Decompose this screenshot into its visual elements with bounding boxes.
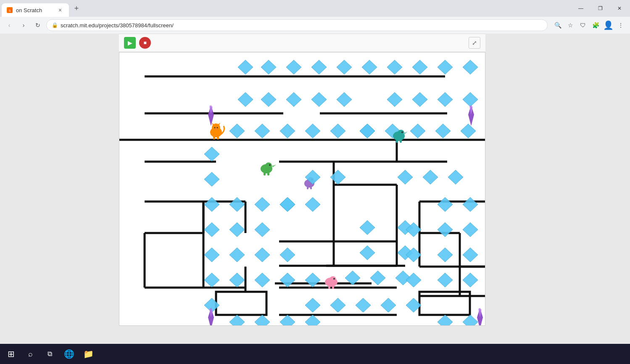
svg-rect-124: [310, 187, 312, 189]
profile-icon-btn[interactable]: 👤: [602, 19, 614, 31]
window-controls: — ❐ ✕: [571, 0, 630, 17]
svg-rect-130: [400, 140, 402, 143]
refresh-button[interactable]: ↻: [32, 19, 44, 31]
minimize-button[interactable]: —: [571, 0, 590, 17]
scratch-stage: [119, 52, 485, 326]
url-bar[interactable]: 🔒 scratch.mit.edu/projects/380578984/ful…: [46, 19, 548, 31]
folder-taskbar[interactable]: 📁: [79, 345, 98, 363]
extensions-icon-btn[interactable]: 🧩: [590, 19, 601, 31]
game-svg: [119, 52, 485, 326]
stop-button[interactable]: ■: [139, 37, 151, 49]
bookmark-icon-btn[interactable]: ☆: [564, 19, 576, 31]
svg-point-127: [401, 131, 403, 133]
svg-point-110: [216, 128, 217, 129]
back-button[interactable]: ‹: [3, 19, 15, 31]
svg-rect-123: [307, 187, 308, 189]
scratch-player: ▶ ■ ⤢: [119, 34, 485, 326]
tab-close-button[interactable]: ×: [56, 6, 64, 14]
forward-button[interactable]: ›: [18, 19, 29, 31]
svg-point-132: [329, 276, 336, 283]
svg-point-115: [269, 164, 271, 166]
svg-rect-129: [396, 140, 398, 143]
browser-tab[interactable]: S on Scratch ×: [2, 3, 69, 17]
content-area: ▶ ■ ⤢: [0, 34, 630, 364]
svg-rect-117: [264, 173, 266, 175]
svg-text:S: S: [8, 9, 11, 13]
svg-rect-2: [119, 52, 485, 326]
taskview-button[interactable]: ⧉: [40, 345, 59, 363]
green-flag-button[interactable]: ▶: [124, 37, 136, 49]
start-button[interactable]: ⊞: [2, 345, 20, 363]
tab-title: on Scratch: [16, 7, 42, 13]
titlebar: S on Scratch × + — ❐ ✕: [0, 0, 630, 17]
svg-rect-134: [328, 286, 330, 289]
toolbar-icons: 🔍 ☆ 🛡 🧩 👤 ⋮: [552, 19, 627, 31]
tab-favicon: S: [7, 7, 13, 13]
svg-rect-111: [213, 136, 215, 139]
lock-icon: 🔒: [52, 22, 58, 28]
shield-icon-btn[interactable]: 🛡: [577, 19, 589, 31]
close-button[interactable]: ✕: [610, 0, 629, 17]
fullscreen-button[interactable]: ⤢: [469, 37, 480, 49]
svg-point-109: [217, 127, 218, 128]
menu-icon-btn[interactable]: ⋮: [615, 19, 627, 31]
search-taskbar[interactable]: ⌕: [21, 345, 40, 363]
taskbar: ⊞ ⌕ ⧉ 🌐 📁: [0, 344, 630, 364]
svg-rect-135: [332, 286, 334, 289]
url-text: scratch.mit.edu/projects/380578984/fulls…: [61, 22, 174, 29]
svg-rect-118: [267, 173, 269, 175]
search-icon-btn[interactable]: 🔍: [552, 19, 564, 31]
address-bar: ‹ › ↻ 🔒 scratch.mit.edu/projects/3805789…: [0, 17, 630, 34]
browser-window: S on Scratch × + — ❐ ✕ ‹ › ↻ 🔒 scratch.m…: [0, 0, 630, 364]
scratch-controls-bar: ▶ ■ ⤢: [119, 34, 485, 52]
svg-point-108: [214, 127, 216, 128]
svg-point-133: [333, 278, 335, 280]
chrome-taskbar[interactable]: 🌐: [60, 345, 78, 363]
svg-rect-112: [217, 136, 219, 139]
svg-point-114: [265, 162, 272, 169]
svg-point-126: [398, 130, 404, 136]
maximize-button[interactable]: ❐: [590, 0, 610, 17]
new-tab-button[interactable]: +: [71, 3, 82, 14]
